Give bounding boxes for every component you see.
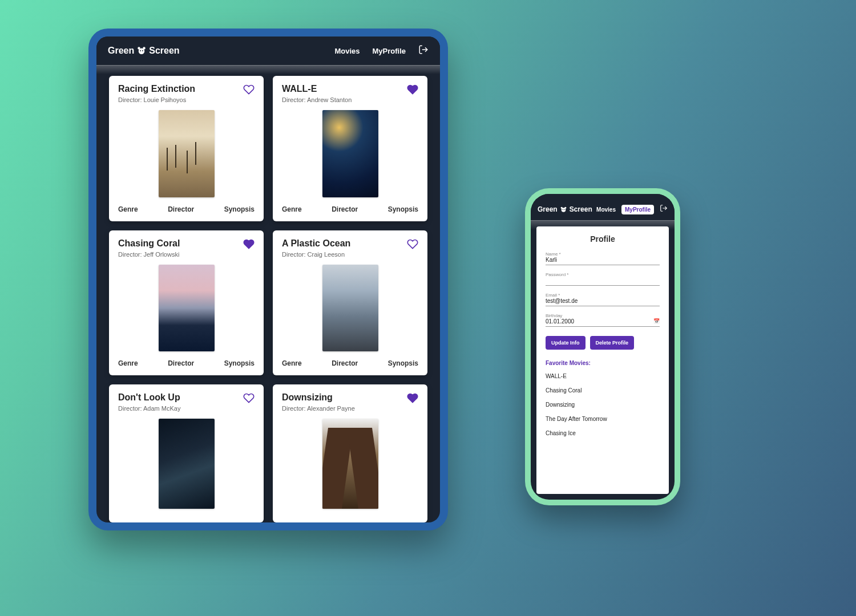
movie-poster[interactable] [322, 419, 378, 509]
movie-title: Chasing Coral [118, 238, 180, 249]
email-field[interactable]: Email * test@test.de [546, 293, 660, 306]
update-info-button[interactable]: Update Info [546, 336, 586, 350]
card-header: Racing ExtinctionDirector: Louie Psihoyo… [118, 84, 255, 103]
nav-right: Movies MyProfile [596, 204, 668, 214]
nav-movies[interactable]: Movies [334, 47, 360, 55]
favorite-heart-icon[interactable] [407, 392, 418, 406]
birthday-field[interactable]: Birthday 01.01.2000 📅 [546, 313, 660, 327]
svg-point-7 [560, 206, 562, 208]
director-link[interactable]: Director [168, 359, 194, 367]
svg-point-1 [138, 47, 141, 50]
director-link[interactable]: Director [168, 205, 194, 213]
brand-text-1: Green [108, 46, 134, 56]
movies-grid: Racing ExtinctionDirector: Louie Psihoyo… [96, 66, 440, 522]
genre-link[interactable]: Genre [282, 359, 302, 367]
delete-profile-button[interactable]: Delete Profile [590, 336, 635, 350]
synopsis-link[interactable]: Synopsis [388, 359, 418, 367]
card-footer: GenreDirectorSynopsis [118, 203, 255, 213]
svg-point-2 [143, 47, 146, 50]
nav-movies[interactable]: Movies [596, 206, 616, 213]
favorite-movie-item[interactable]: Chasing Coral [546, 387, 660, 394]
movie-card[interactable]: A Plastic OceanDirector: Craig LeesonGen… [273, 230, 427, 376]
synopsis-link[interactable]: Synopsis [224, 205, 255, 213]
card-footer: GenreDirectorSynopsis [282, 203, 418, 213]
svg-point-10 [564, 209, 564, 209]
favorite-heart-icon[interactable] [243, 84, 255, 98]
card-header: A Plastic OceanDirector: Craig Leeson [282, 238, 418, 258]
card-header: Chasing CoralDirector: Jeff Orlowski [118, 238, 255, 258]
password-label: Password * [546, 272, 660, 277]
nav-profile[interactable]: MyProfile [372, 47, 406, 55]
movie-poster[interactable] [322, 110, 378, 197]
synopsis-link[interactable]: Synopsis [388, 205, 418, 213]
profile-heading: Profile [546, 234, 660, 244]
movie-poster[interactable] [159, 419, 215, 509]
name-field[interactable]: Name * Karli [546, 252, 660, 265]
brand-text-2: Screen [570, 205, 592, 213]
movie-director: Director: Jeff Orlowski [118, 251, 180, 258]
navbar: Green Screen Movies MyProfile [531, 194, 675, 221]
card-header: WALL-EDirector: Andrew Stanton [282, 84, 418, 103]
movie-director: Director: Adam McKay [118, 405, 180, 412]
movie-title: Downsizing [282, 392, 355, 403]
panda-icon [560, 206, 567, 213]
movie-title: A Plastic Ocean [282, 238, 350, 249]
card-footer: GenreDirectorSynopsis [118, 357, 255, 367]
logout-icon[interactable] [418, 44, 429, 57]
movie-card[interactable]: Racing ExtinctionDirector: Louie Psihoyo… [109, 76, 264, 221]
brand-text-1: Green [538, 205, 558, 213]
brand-text-2: Screen [149, 46, 179, 56]
movie-card[interactable]: Chasing CoralDirector: Jeff OrlowskiGenr… [109, 230, 264, 376]
movie-director: Director: Andrew Stanton [282, 96, 352, 103]
movie-poster[interactable] [322, 265, 378, 352]
favorite-heart-icon[interactable] [407, 84, 418, 98]
password-field[interactable]: Password * [546, 272, 660, 286]
svg-point-4 [142, 50, 143, 51]
genre-link[interactable]: Genre [118, 205, 138, 213]
brand[interactable]: Green Screen [538, 205, 592, 213]
svg-point-8 [564, 206, 566, 208]
brand[interactable]: Green Screen [108, 46, 180, 56]
movie-title: Racing Extinction [118, 84, 195, 94]
director-link[interactable]: Director [332, 205, 358, 213]
profile-panel: Profile Name * Karli Password * Email * … [536, 226, 669, 494]
favorite-heart-icon[interactable] [407, 238, 418, 252]
movie-poster[interactable] [159, 110, 215, 197]
svg-point-3 [140, 50, 141, 51]
movie-title: WALL-E [282, 84, 352, 94]
movie-title: Don't Look Up [118, 392, 180, 403]
favorite-movie-item[interactable]: WALL-E [546, 373, 660, 379]
movie-card[interactable]: WALL-EDirector: Andrew StantonGenreDirec… [273, 76, 427, 221]
nav-profile[interactable]: MyProfile [621, 205, 654, 214]
favorite-movie-item[interactable]: Chasing Ice [546, 430, 660, 436]
director-link[interactable]: Director [332, 359, 358, 367]
movie-poster[interactable] [159, 265, 215, 352]
panda-icon [136, 46, 147, 56]
svg-point-9 [562, 209, 563, 209]
logout-icon[interactable] [660, 204, 668, 214]
genre-link[interactable]: Genre [282, 205, 302, 213]
phone-screen: Green Screen Movies MyProfile Profile Na… [531, 194, 675, 500]
movie-director: Director: Alexander Payne [282, 405, 355, 412]
favorite-movie-item[interactable]: Downsizing [546, 402, 660, 408]
movie-card[interactable]: DownsizingDirector: Alexander Payne [273, 384, 427, 522]
password-value [546, 277, 660, 284]
tablet-device-frame: Green Screen Movies MyProfile Racing Ext… [88, 29, 448, 530]
calendar-icon[interactable]: 📅 [653, 318, 660, 324]
card-header: DownsizingDirector: Alexander Payne [282, 392, 418, 412]
favorite-movie-item[interactable]: The Day After Tomorrow [546, 416, 660, 422]
phone-device-frame: Green Screen Movies MyProfile Profile Na… [525, 188, 680, 505]
movie-card[interactable]: Don't Look UpDirector: Adam McKay [109, 384, 264, 522]
name-value: Karli [546, 257, 660, 264]
favorite-heart-icon[interactable] [243, 392, 255, 406]
navbar: Green Screen Movies MyProfile [96, 37, 440, 66]
favorites-heading: Favorite Movies: [546, 360, 660, 366]
favorites-list: WALL-EChasing CoralDownsizingThe Day Aft… [546, 373, 660, 436]
card-footer: GenreDirectorSynopsis [282, 357, 418, 367]
genre-link[interactable]: Genre [118, 359, 138, 367]
profile-buttons: Update Info Delete Profile [546, 336, 660, 350]
synopsis-link[interactable]: Synopsis [224, 359, 255, 367]
card-header: Don't Look UpDirector: Adam McKay [118, 392, 255, 412]
favorite-heart-icon[interactable] [243, 238, 255, 252]
birthday-value: 01.01.2000 [546, 318, 660, 325]
